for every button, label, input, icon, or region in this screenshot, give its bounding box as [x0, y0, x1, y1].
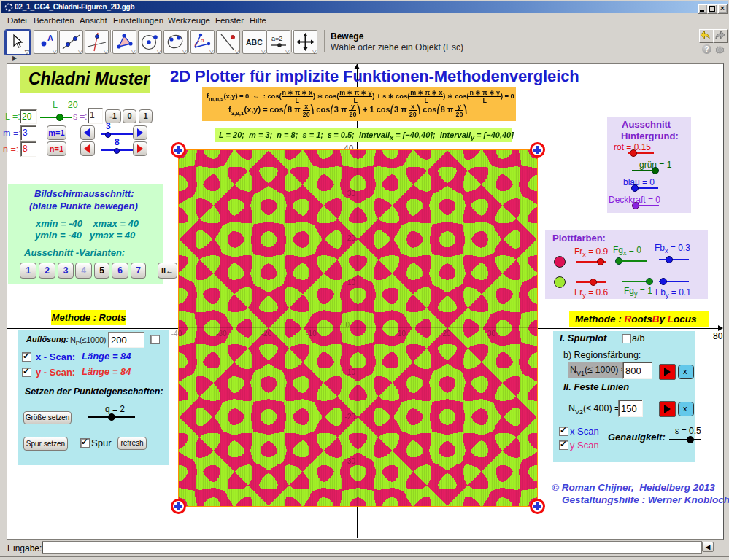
svg-text:a=2: a=2	[271, 35, 282, 42]
svg-text:α: α	[201, 37, 204, 44]
svg-text:ABC: ABC	[246, 38, 263, 47]
svg-text:A: A	[47, 34, 53, 42]
